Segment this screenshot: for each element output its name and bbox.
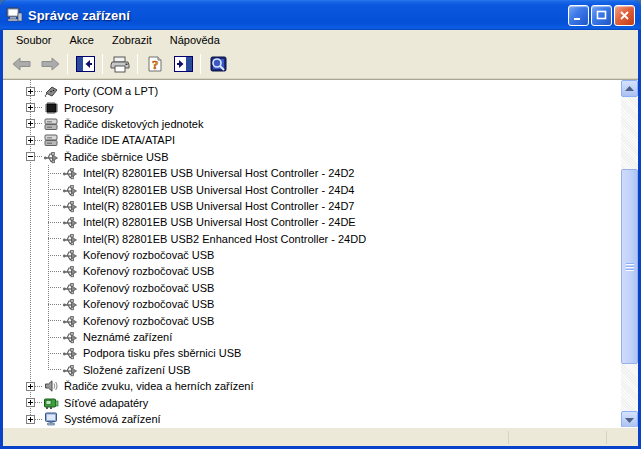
tree-connector: [48, 238, 62, 239]
tree-connector: [48, 189, 62, 190]
tree-item[interactable]: Neznámé zařízení: [3, 329, 621, 345]
tree-item[interactable]: Složené zařízení USB: [3, 362, 621, 378]
expand-plus-box[interactable]: [26, 87, 35, 96]
tree-item-label: Kořenový rozbočovač USB: [81, 249, 216, 261]
menu-napoveda[interactable]: Nápověda: [161, 32, 229, 49]
tree-connector: [48, 304, 62, 305]
tree-item[interactable]: Řadiče sběrnice USB: [3, 149, 621, 165]
status-divider: [606, 431, 607, 444]
expand-plus-box[interactable]: [26, 382, 35, 391]
hide-console-tree-button[interactable]: [72, 52, 98, 76]
tree-item[interactable]: Podpora tisku přes sběrnici USB: [3, 345, 621, 361]
tree-item[interactable]: Intel(R) 82801EB USB Universal Host Cont…: [3, 214, 621, 230]
tree-item[interactable]: Kořenový rozbočovač USB: [3, 296, 621, 312]
tree-connector: [48, 255, 62, 256]
hide-tree-panel-icon: [76, 56, 95, 72]
tree-item-label: Kořenový rozbočovač USB: [81, 265, 216, 277]
tree-item[interactable]: Systémová zařízení: [3, 411, 621, 427]
print-button[interactable]: [107, 52, 133, 76]
toolbar-separator: [200, 54, 201, 74]
forward-arrow-icon: [40, 57, 60, 71]
tree-item[interactable]: Intel(R) 82801EB USB2 Enhanced Host Cont…: [3, 231, 621, 247]
usb-icon: [62, 247, 78, 263]
expand-plus-box[interactable]: [26, 136, 35, 145]
tree-item[interactable]: Síťové adapatéry: [3, 394, 621, 410]
tree-connector: [48, 320, 62, 321]
tree-item-label: Systémová zařízení: [62, 413, 163, 425]
tree-item-label: Intel(R) 82801EB USB Universal Host Cont…: [81, 167, 356, 179]
tree-item-label: Kořenový rozbočovač USB: [81, 298, 216, 310]
scan-hardware-changes-button[interactable]: [205, 52, 231, 76]
tree-item[interactable]: Porty (COM a LPT): [3, 83, 621, 99]
scan-hardware-icon: [209, 56, 227, 73]
menu-soubor[interactable]: Soubor: [7, 32, 60, 49]
port-icon: [43, 83, 59, 99]
tree-item-label: Podpora tisku přes sběrnici USB: [81, 347, 243, 359]
tree-item[interactable]: Kořenový rozbočovač USB: [3, 263, 621, 279]
tree-connector: [48, 205, 62, 206]
usb-icon: [62, 313, 78, 329]
expand-plus-box[interactable]: [26, 415, 35, 424]
device-tree: Porty (COM a LPT) Procesory Řadiče diske…: [3, 80, 621, 428]
cpu-icon: [43, 100, 59, 116]
usb-icon: [62, 263, 78, 279]
usb-icon: [62, 198, 78, 214]
show-pane-panel-icon: [174, 56, 193, 72]
toolbar: ?: [3, 50, 638, 79]
scroll-up-button[interactable]: [621, 80, 638, 97]
scrollbar-thumb[interactable]: [621, 169, 638, 364]
tree-connector: [48, 173, 62, 174]
menu-bar: SouborAkceZobrazitNápověda: [3, 30, 638, 50]
help-button[interactable]: ?: [142, 52, 168, 76]
menu-zobrazit[interactable]: Zobrazit: [103, 32, 161, 49]
close-button[interactable]: [614, 5, 635, 26]
tree-item-label: Intel(R) 82801EB USB Universal Host Cont…: [81, 216, 358, 228]
tree-item[interactable]: Kořenový rozbočovač USB: [3, 280, 621, 296]
back-button[interactable]: [9, 52, 35, 76]
tree-connector: [35, 107, 43, 108]
vertical-scrollbar[interactable]: [621, 80, 638, 428]
tree-item[interactable]: Řadiče IDE ATA/ATAPI: [3, 132, 621, 148]
tree-item[interactable]: Řadiče disketových jednotek: [3, 116, 621, 132]
tree-item-label: Intel(R) 82801EB USB Universal Host Cont…: [81, 200, 356, 212]
expand-plus-box[interactable]: [26, 103, 35, 112]
tree-item-label: Neznámé zařízení: [81, 331, 174, 343]
status-divider: [508, 431, 509, 444]
expand-plus-box[interactable]: [26, 398, 35, 407]
collapse-minus-box[interactable]: [26, 152, 35, 161]
tree-item[interactable]: Kořenový rozbočovač USB: [3, 312, 621, 328]
usb-icon: [43, 149, 59, 165]
tree-item[interactable]: Intel(R) 82801EB USB Universal Host Cont…: [3, 198, 621, 214]
network-adapter-icon: [43, 395, 59, 411]
tree-item[interactable]: Řadiče zvuku, videa a herních zařízení: [3, 378, 621, 394]
status-bar: [3, 427, 638, 446]
usb-icon: [62, 182, 78, 198]
show-action-pane-button[interactable]: [170, 52, 196, 76]
titlebar[interactable]: Správce zařízení: [0, 0, 641, 30]
tree-item[interactable]: Intel(R) 82801EB USB Universal Host Cont…: [3, 165, 621, 181]
expand-plus-box[interactable]: [26, 119, 35, 128]
tree-connector: [35, 386, 43, 387]
scroll-down-button[interactable]: [621, 411, 638, 428]
tree-item[interactable]: Procesory: [3, 99, 621, 115]
toolbar-separator: [137, 54, 138, 74]
forward-button[interactable]: [37, 52, 63, 76]
scrollbar-grip: [626, 263, 634, 271]
maximize-button[interactable]: [591, 5, 612, 26]
back-arrow-icon: [12, 57, 32, 71]
tree-connector: [48, 287, 62, 288]
tree-connector: [48, 222, 62, 223]
tree-connector: [35, 156, 43, 157]
menu-akce[interactable]: Akce: [60, 32, 102, 49]
tree-connector: [48, 353, 62, 354]
device-tree-panel: Porty (COM a LPT) Procesory Řadiče diske…: [3, 79, 638, 427]
printer-icon: [110, 56, 130, 73]
tree-item[interactable]: Intel(R) 82801EB USB Universal Host Cont…: [3, 181, 621, 197]
toolbar-separator: [67, 54, 68, 74]
usb-icon: [62, 345, 78, 361]
tree-item[interactable]: Kořenový rozbočovač USB: [3, 247, 621, 263]
audio-icon: [43, 378, 59, 394]
usb-icon: [62, 231, 78, 247]
tree-item-label: Kořenový rozbočovač USB: [81, 315, 216, 327]
minimize-button[interactable]: [568, 5, 589, 26]
